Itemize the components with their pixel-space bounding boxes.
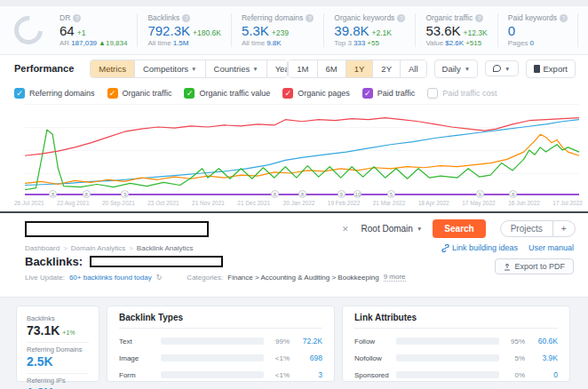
event-marker[interactable]: 5 — [387, 190, 395, 198]
live-update-link[interactable]: 60+ backlinks found today — [69, 274, 152, 282]
event-marker[interactable]: 9 — [476, 190, 484, 198]
bar-value[interactable]: 698 — [296, 353, 322, 362]
legend-item[interactable]: Paid traffic cost — [427, 88, 497, 99]
help-icon[interactable]: ? — [182, 14, 190, 22]
search-mode-dropdown[interactable]: Root Domain ▼ — [362, 224, 423, 234]
domain-rating-gauge — [8, 10, 48, 50]
chevron-down-icon: ▼ — [465, 66, 470, 72]
toolbar-segment-button[interactable]: Metrics — [91, 60, 134, 77]
clear-input-icon[interactable]: ✕ — [342, 225, 349, 234]
x-tick-label: 17 Jul 2022 — [552, 200, 583, 206]
bar-label: Form — [119, 371, 155, 379]
event-marker[interactable]: 8 — [509, 190, 517, 198]
help-icon[interactable]: ? — [306, 14, 314, 22]
bar-row: Text 99% 72.2K — [119, 337, 322, 345]
metric-sub-value[interactable]: $2.6K — [445, 39, 464, 47]
bar-value[interactable]: 60.6K — [531, 337, 558, 345]
toolbar-segment-button[interactable]: 1M — [289, 60, 316, 77]
export-label: Export — [544, 64, 568, 74]
event-marker[interactable]: 8 — [83, 190, 91, 198]
metric-sub-value[interactable]: 9.8K — [266, 39, 281, 47]
bar-row: Nofollow 5% 3.9K — [354, 353, 558, 362]
bar-value[interactable]: 3 — [296, 370, 322, 379]
link-icon — [441, 244, 449, 252]
backlink-types-title: Backlink Types — [119, 313, 322, 329]
legend-checkbox[interactable] — [427, 88, 438, 99]
annotations-dropdown[interactable]: ▼ — [485, 60, 518, 76]
legend-checkbox[interactable]: ✓ — [282, 88, 293, 99]
toolbar-segment-button[interactable]: Countries▼ — [205, 60, 266, 77]
metric-sub-value[interactable]: 187,039 — [71, 39, 97, 47]
summary-value[interactable]: 73.1K — [27, 323, 60, 337]
breadcrumb-item[interactable]: Dashboard — [25, 244, 60, 252]
event-marker[interactable]: 9 — [121, 190, 129, 198]
categories-more-link[interactable]: 9 more — [384, 273, 406, 282]
chevron-down-icon: ▼ — [191, 66, 196, 72]
add-project-button[interactable]: + — [553, 221, 575, 236]
metric-sub-value[interactable]: 0 — [529, 39, 533, 47]
toolbar-segment-button[interactable]: Years — [266, 60, 289, 77]
legend-item[interactable]: ✓Organic traffic value — [184, 88, 270, 99]
metric-sub-value[interactable]: 1.5M — [173, 39, 189, 47]
toolbar-segment-button[interactable]: 2Y — [372, 60, 400, 77]
metric-sub-delta: ▲19,834 — [99, 39, 127, 47]
help-icon[interactable]: ? — [560, 14, 568, 22]
summary-value[interactable]: 2.5K — [27, 354, 53, 369]
legend-item[interactable]: ✓Referring domains — [14, 88, 95, 99]
toolbar-right: 1M6M1Y2YAll Daily ▼ ▼ Export — [288, 60, 576, 78]
export-button[interactable]: Export — [526, 60, 576, 78]
toolbar-segment-button[interactable]: 1Y — [346, 60, 373, 77]
event-marker[interactable]: 10 — [354, 190, 362, 198]
bar-label: Image — [119, 354, 155, 362]
breadcrumb-item[interactable]: Backlink Analytics — [137, 244, 194, 252]
summary-row: Referring IPs 1.8K — [27, 374, 89, 389]
toolbar-segment-button[interactable]: 6M — [317, 60, 346, 77]
metric-column: Paid keywords? 0 Pages0 — [497, 13, 577, 47]
search-row: ✕ Root Domain ▼ Search Projects + — [0, 213, 588, 240]
bar-value[interactable]: 0 — [531, 370, 558, 379]
refresh-icon[interactable]: ↻ — [156, 274, 163, 282]
x-tick-label: 20 Jan 2022 — [283, 200, 315, 206]
user-manual-link[interactable]: User manual — [528, 243, 574, 252]
metric-value: 5.3K — [242, 23, 269, 38]
help-icon[interactable]: ? — [73, 14, 81, 22]
bar-value[interactable]: 72.2K — [296, 337, 322, 345]
event-marker[interactable]: 9 — [338, 190, 346, 198]
summary-value[interactable]: 1.8K — [27, 385, 53, 389]
legend-checkbox[interactable]: ✓ — [184, 88, 195, 99]
projects-control: Projects + — [500, 220, 576, 237]
performance-chart[interactable]: 88988910598 — [25, 104, 579, 196]
metric-delta: +239 — [272, 28, 289, 37]
search-input[interactable] — [25, 221, 209, 237]
help-icon[interactable]: ? — [397, 14, 405, 22]
bar-percent: 5% — [505, 354, 525, 362]
projects-button[interactable]: Projects — [501, 221, 553, 236]
toolbar-segment-button[interactable]: All — [400, 60, 426, 77]
granularity-dropdown[interactable]: Daily ▼ — [434, 60, 479, 78]
backlink-types-card: Backlink Types Text 99% 72.2K Image <1% … — [107, 306, 335, 382]
toolbar-segment-button[interactable]: Competitors▼ — [134, 60, 205, 77]
search-mode-value: Root Domain — [362, 224, 413, 234]
help-icon[interactable]: ? — [475, 14, 483, 22]
link-building-ideas-link[interactable]: Link building ideas — [441, 243, 518, 252]
bar-value[interactable]: 3.9K — [531, 353, 558, 362]
link-attributes-title: Link Attributes — [354, 313, 558, 329]
metric-sub-value[interactable]: 333 — [354, 39, 365, 47]
x-tick-label: 26 Jul 2021 — [14, 200, 44, 206]
legend-item[interactable]: ✓Organic pages — [282, 88, 350, 99]
legend-item[interactable]: ✓Paid traffic — [362, 88, 415, 99]
event-marker[interactable]: 8 — [271, 190, 279, 198]
legend-item[interactable]: ✓Organic traffic — [107, 88, 172, 99]
export-pdf-button[interactable]: Export to PDF — [495, 258, 574, 274]
event-marker[interactable]: 8 — [49, 190, 57, 198]
legend-label: Organic pages — [298, 89, 350, 98]
legend-checkbox[interactable]: ✓ — [362, 88, 373, 99]
report-header: Dashboard>Domain Analytics>Backlink Anal… — [0, 240, 588, 282]
breadcrumb-item[interactable]: Domain Analytics — [71, 244, 125, 252]
legend-checkbox[interactable]: ✓ — [14, 88, 25, 99]
search-button[interactable]: Search — [433, 219, 485, 238]
legend-checkbox[interactable]: ✓ — [107, 88, 118, 99]
metric-label: Organic traffic — [425, 13, 473, 22]
chevron-down-icon: ▼ — [505, 66, 510, 72]
event-marker[interactable]: 8 — [298, 190, 306, 198]
